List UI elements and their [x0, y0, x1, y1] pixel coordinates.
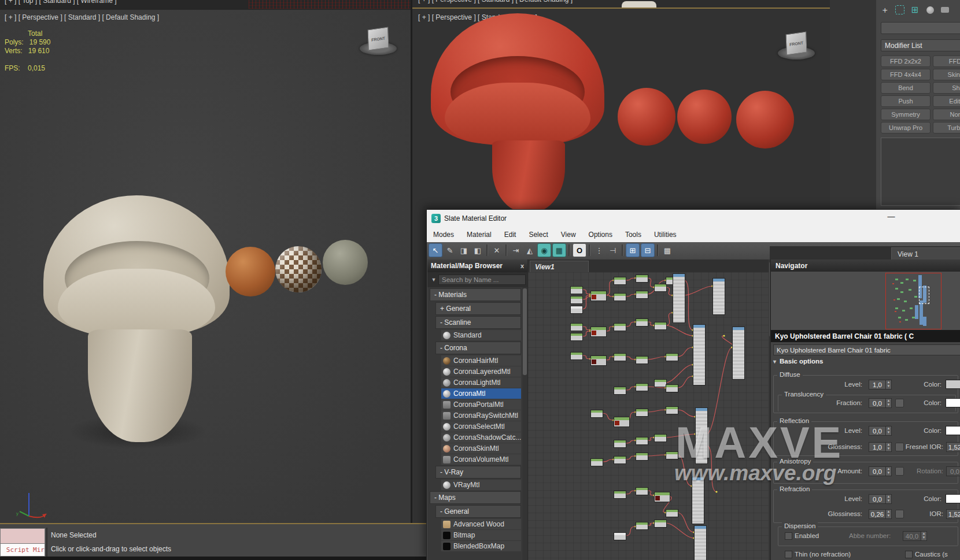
minimize-icon[interactable]: —	[883, 212, 900, 224]
refraction-ior-spinner[interactable]: 1,52	[946, 509, 960, 519]
material-id-channel-icon[interactable]: O	[573, 243, 586, 257]
map-node[interactable]	[614, 293, 626, 301]
show-shaded-material-in-viewport-icon[interactable]: ◉	[537, 243, 551, 257]
map-node[interactable]	[666, 406, 678, 414]
viewport-right-clip[interactable]: [ + ] [ Perspective ] [ Standard ] [ Def…	[412, 0, 830, 8]
browser-group[interactable]: + General	[435, 302, 521, 315]
modifier-button[interactable]: She	[933, 82, 960, 94]
close-icon[interactable]: x	[520, 262, 524, 269]
translucency-fraction-spinner[interactable]: 0,0▲▼	[869, 398, 886, 408]
combine-node[interactable]	[654, 492, 670, 502]
modifier-button[interactable]: Edit P	[933, 95, 960, 107]
map-node[interactable]	[636, 409, 648, 417]
node-graph-canvas[interactable]	[528, 272, 769, 560]
viewport-perspective-left[interactable]: [ + ] [ Perspective ] [ Standard ] [ Def…	[0, 10, 411, 523]
map-node[interactable]	[570, 333, 583, 341]
motion-tab-icon[interactable]	[922, 2, 937, 17]
browser-group[interactable]: - Materials	[430, 288, 521, 301]
menu-material[interactable]: Material	[460, 231, 498, 239]
browser-group[interactable]: - Maps	[430, 491, 521, 504]
modifier-button[interactable]: FFD 3	[933, 55, 960, 67]
diffuse-level-spinner[interactable]: 1,0▲▼	[869, 380, 886, 390]
map-node[interactable]	[614, 440, 626, 448]
map-node[interactable]	[654, 284, 667, 292]
map-node[interactable]	[636, 453, 648, 461]
map-node[interactable]	[654, 379, 667, 387]
browser-group[interactable]: - Scanline	[435, 316, 521, 329]
chevron-down-icon[interactable]: ▼	[429, 277, 438, 283]
material-node[interactable]	[712, 278, 725, 315]
modifier-button[interactable]: Push	[881, 95, 931, 107]
modifier-button[interactable]: TurboS	[933, 122, 960, 133]
material-title-bar[interactable]: Kyo Upholstered Barrel Chair 01 fabric (…	[771, 330, 960, 342]
menu-select[interactable]: Select	[522, 231, 554, 239]
put-material-to-scene-icon[interactable]: ◨	[457, 244, 470, 257]
material-node[interactable]	[693, 324, 706, 385]
viewport-top-label[interactable]: [ + ] [ Top ] [ Standard ] [ Wireframe ]	[5, 0, 117, 5]
move-children-icon[interactable]: ⇥	[509, 244, 522, 257]
map-node[interactable]	[614, 532, 626, 540]
combine-node[interactable]	[590, 355, 607, 366]
viewcube[interactable]: FRONT	[360, 27, 398, 60]
modifier-button[interactable]: FFD 2x2x2	[881, 55, 931, 67]
map-node[interactable]	[614, 491, 626, 499]
viewport-divider[interactable]	[411, 0, 412, 523]
browser-item[interactable]: CoronaLayeredMtl	[441, 366, 521, 377]
map-node[interactable]	[636, 437, 648, 445]
map-node[interactable]	[666, 353, 678, 361]
map-node[interactable]	[654, 322, 667, 330]
map-node[interactable]	[614, 387, 626, 395]
map-node[interactable]	[636, 275, 648, 283]
object-name-field[interactable]	[881, 22, 960, 34]
map-node[interactable]	[614, 323, 626, 331]
pick-material-from-object-icon[interactable]: ✎	[444, 244, 456, 257]
browser-item[interactable]: Standard	[441, 330, 521, 340]
browser-item[interactable]: CoronaRaySwitchMtl	[441, 410, 521, 421]
modifier-button[interactable]: Unwrap Pro	[881, 122, 931, 133]
menu-options[interactable]: Options	[582, 231, 619, 239]
slate-title-bar[interactable]: 3 Slate Material Editor —	[427, 210, 960, 227]
browser-item[interactable]: CoronaSkinMtl	[441, 443, 521, 454]
map-node[interactable]	[614, 456, 626, 464]
combine-node[interactable]	[614, 417, 630, 427]
map-node[interactable]	[590, 458, 603, 466]
thin-checkbox[interactable]	[785, 551, 792, 558]
select-by-material-icon[interactable]: ▩	[661, 244, 674, 257]
browser-item[interactable]: CoronaHairMtl	[441, 355, 521, 366]
map-node[interactable]	[636, 487, 648, 495]
browser-group[interactable]: - Corona	[435, 342, 521, 354]
reflection-glossiness-spinner[interactable]: 1,0▲▼	[869, 442, 886, 452]
map-node[interactable]	[636, 291, 648, 299]
refraction-gloss-map-button[interactable]	[895, 510, 904, 518]
material-node[interactable]	[732, 327, 745, 380]
material-name-field[interactable]: Kyo Upholstered Barrel Chair 01 fabric	[773, 344, 960, 355]
refraction-color-swatch[interactable]	[946, 494, 960, 503]
toggle-parameter-editor-icon[interactable]: ⊟	[641, 243, 655, 257]
layout-all-vertical-icon[interactable]: ⋮	[593, 244, 605, 257]
layout-children-icon[interactable]: ⊣	[607, 244, 619, 257]
browser-group[interactable]: - V-Ray	[435, 466, 521, 479]
modifier-button[interactable]: Symmetry	[881, 109, 931, 120]
browser-item[interactable]: CoronaMtl	[441, 388, 521, 399]
maxscript-listener-pink[interactable]	[0, 528, 45, 544]
map-node[interactable]	[570, 296, 583, 304]
map-node[interactable]	[666, 384, 678, 392]
menu-view[interactable]: View	[555, 231, 582, 239]
map-node[interactable]	[636, 383, 648, 391]
maxscript-listener-input[interactable]: Script Mir	[0, 543, 45, 557]
browser-item[interactable]: CoronaSelectMtl	[441, 421, 521, 432]
browser-item[interactable]: Bitmap	[441, 530, 521, 540]
fresnel-ior-spinner[interactable]: 1,52	[946, 442, 960, 452]
modify-tab-icon[interactable]	[892, 2, 907, 17]
translucency-color-swatch[interactable]	[946, 398, 960, 407]
map-node[interactable]	[614, 277, 626, 285]
browser-group[interactable]: - General	[435, 505, 521, 518]
map-node[interactable]	[636, 522, 648, 530]
map-node[interactable]	[590, 410, 603, 418]
assign-material-to-selection-icon[interactable]: ◧	[471, 244, 484, 257]
map-node[interactable]	[636, 356, 648, 364]
reflection-level-spinner[interactable]: 0,0▲▼	[869, 426, 886, 436]
translucency-map-button[interactable]	[895, 399, 904, 407]
map-node[interactable]	[636, 318, 648, 327]
hierarchy-tab-icon[interactable]: ⊞	[907, 2, 922, 17]
